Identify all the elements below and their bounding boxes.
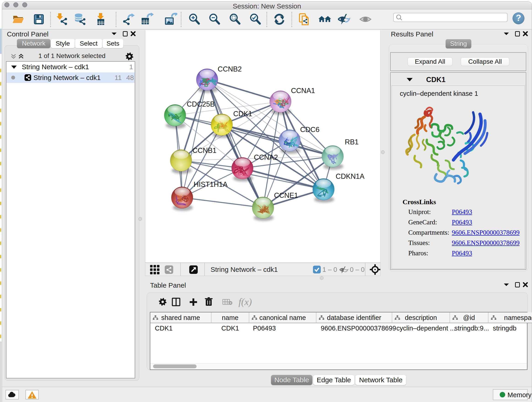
svg-text:CDC6: CDC6 [300, 126, 319, 134]
svg-text:CCNA1: CCNA1 [291, 87, 315, 95]
svg-text:CCNE1: CCNE1 [274, 191, 298, 199]
svg-text:CCNB1: CCNB1 [192, 147, 216, 154]
svg-text:CCNA2: CCNA2 [254, 153, 278, 161]
svg-text:CDKN1A: CDKN1A [336, 172, 365, 180]
svg-text:RB1: RB1 [345, 138, 359, 146]
svg-text:CDK1: CDK1 [233, 110, 252, 118]
svg-text:HIST1H1A: HIST1H1A [194, 180, 228, 188]
svg-text:CDC25B: CDC25B [187, 100, 215, 108]
svg-text:CCNB2: CCNB2 [218, 65, 242, 73]
